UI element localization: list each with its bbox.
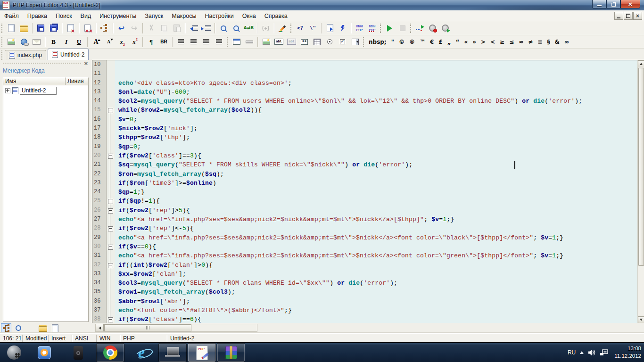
code-line[interactable]: 38if($row2['class']==6){ [92, 315, 638, 323]
toolbar-grip[interactable] [227, 37, 228, 47]
device-taskbar-button[interactable] [68, 343, 89, 362]
menu-Правка[interactable]: Правка [23, 12, 51, 20]
code-line[interactable]: 16$v=0; [92, 115, 638, 124]
symbol-ge-button[interactable]: ≥ [497, 36, 507, 48]
underline-button[interactable]: U [73, 36, 85, 48]
chrome-taskbar-button[interactable] [96, 343, 124, 362]
font-smaller-button[interactable]: A [102, 36, 115, 48]
fold-collapse-icon[interactable] [108, 263, 113, 268]
close-all-button[interactable] [81, 22, 94, 34]
checkbox-button[interactable] [336, 36, 349, 48]
tree-item[interactable]: Untitled-2 [5, 87, 88, 95]
code-line[interactable]: 18$thpp=$row2['thp']; [92, 133, 638, 142]
toolbar-grip[interactable] [410, 24, 411, 33]
file-browser-panel-button[interactable] [13, 323, 24, 333]
ftp-browser-panel-button[interactable] [25, 323, 36, 333]
html-to-php-button[interactable] [353, 22, 366, 34]
code-lines[interactable]: 101112echo'<div class=kto>Кто здесь:<div… [92, 60, 638, 323]
toolbar-grip[interactable] [1, 37, 2, 47]
align-left-button[interactable] [174, 36, 187, 48]
menu-Окна[interactable]: Окна [238, 12, 260, 20]
symbol-gt-button[interactable]: > [479, 36, 488, 48]
menu-Поиск[interactable]: Поиск [51, 12, 76, 20]
code-line[interactable]: 32if((int)$row2['clan']>0){ [92, 261, 638, 270]
symbol-euro-button[interactable]: € [428, 36, 436, 48]
superscript-button[interactable]: x [128, 36, 140, 48]
code-line[interactable]: 29echo"<a href=\"infa.php?ses=$ses&amp;n… [92, 233, 638, 242]
code-line[interactable]: 10 [92, 60, 638, 69]
code-line[interactable]: 37echo"<font color=\"#af2f8f\">($abbr)</… [92, 306, 638, 315]
cut-button[interactable] [145, 22, 157, 34]
radio-button-button[interactable] [323, 36, 336, 48]
symbol-registered-button[interactable]: ® [407, 36, 417, 48]
language-indicator[interactable]: RU [568, 349, 576, 356]
convert-button[interactable] [323, 22, 336, 34]
code-manager-list[interactable]: Untitled-2 [3, 85, 89, 322]
font-bigger-button[interactable]: A [90, 36, 102, 48]
copy-button[interactable] [157, 22, 170, 34]
highlight-pen-button[interactable] [276, 22, 289, 34]
symbol-quote-button[interactable]: " [389, 36, 396, 48]
code-line[interactable]: 36$abbr=$row1['abr']; [92, 297, 638, 306]
align-right-button[interactable] [200, 36, 213, 48]
minimize-button[interactable] [592, 0, 606, 8]
insert-hr-button[interactable] [243, 36, 256, 48]
toolbar-grip[interactable] [290, 24, 291, 33]
code-line[interactable]: 13$onl=date("U")-600; [92, 88, 638, 97]
tab-Untitled-2[interactable]: Untitled-2 [48, 49, 89, 60]
find-button[interactable] [217, 22, 230, 34]
expand-icon[interactable] [5, 88, 10, 93]
internet-explorer-taskbar-button[interactable]: e [131, 343, 152, 362]
align-center-button[interactable] [187, 36, 200, 48]
replace-chars-button[interactable]: A⇄B [242, 22, 255, 34]
start-orb-taskbar-button[interactable] [4, 343, 25, 362]
input-text-button[interactable] [272, 36, 285, 48]
export-panel-button[interactable] [50, 323, 60, 333]
media-player-taskbar-button[interactable] [34, 343, 55, 362]
select-list-button[interactable] [349, 36, 362, 48]
find-replace-button[interactable] [230, 22, 242, 34]
line-break-button[interactable]: BR [157, 36, 170, 48]
symbol-section-button[interactable]: § [545, 36, 552, 48]
symbol-laquo-button[interactable]: « [462, 36, 470, 48]
mdi-minimize-button[interactable] [614, 12, 623, 20]
symbol-amp-button[interactable]: & [552, 36, 561, 48]
code-editor[interactable]: 101112echo'<div class=kto>Кто здесь:<div… [92, 60, 644, 323]
panel-grip[interactable] [3, 63, 81, 64]
symbol-neq-button[interactable]: ≠ [526, 36, 535, 48]
symbol-quote-left-button[interactable]: “ [454, 36, 462, 48]
php-tags-button[interactable]: <? [294, 22, 306, 34]
insert-link-button[interactable] [17, 36, 30, 48]
symbol-infinity-button[interactable]: ∞ [562, 36, 571, 48]
menu-Справка[interactable]: Справка [260, 12, 292, 20]
column-header-line[interactable]: Линия [66, 77, 89, 85]
redo-button[interactable]: ↪ [128, 22, 140, 34]
menu-Файл[interactable]: Файл [0, 12, 23, 20]
close-file-button[interactable] [64, 22, 77, 34]
code-line[interactable]: 26if($row2['rep']>5){ [92, 206, 638, 215]
code-line[interactable]: 31echo"<a href=\"infa.php?ses=$ses&amp;n… [92, 251, 638, 260]
toolbar-grip[interactable] [1, 24, 2, 33]
paragraph-button[interactable]: ¶ [145, 36, 157, 48]
code-line[interactable]: 11 [92, 69, 638, 78]
menu-Запуск[interactable]: Запуск [140, 12, 167, 20]
fold-collapse-icon[interactable] [108, 154, 113, 159]
insert-window-button[interactable] [230, 36, 243, 48]
scroll-left-button[interactable] [96, 324, 104, 331]
mdi-close-button[interactable]: × [633, 12, 642, 20]
symbol-quote-low-button[interactable]: „ [445, 36, 454, 48]
column-header-name[interactable]: Имя [3, 77, 66, 85]
horizontal-scrollbar[interactable] [95, 324, 257, 332]
symbol-pound-button[interactable]: £ [436, 36, 445, 48]
play-macro-button[interactable] [439, 22, 452, 34]
subscript-button[interactable]: x [115, 36, 128, 48]
insert-table-button[interactable] [311, 36, 323, 48]
insert-mail-button[interactable] [30, 36, 43, 48]
symbol-lt-button[interactable]: < [488, 36, 497, 48]
code-line[interactable]: 17$nickk=$row2['nick']; [92, 124, 638, 133]
symbol-le-button[interactable]: ≤ [507, 36, 516, 48]
symbol-approx-button[interactable]: ≈ [516, 36, 526, 48]
html-to-php-alt-button[interactable] [366, 22, 379, 34]
scroll-down-button[interactable] [638, 316, 644, 323]
run-button[interactable] [383, 22, 396, 34]
